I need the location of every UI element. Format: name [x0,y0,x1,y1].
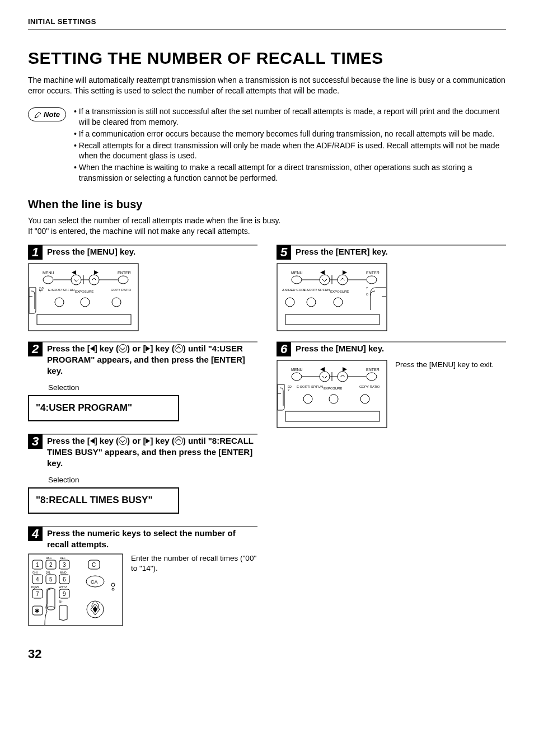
svg-text:1: 1 [36,562,39,568]
svg-point-13 [89,275,99,285]
down-circle-icon [119,344,127,353]
svg-text:5: 5 [49,576,53,583]
step-title: Press the [ENTER] key. [296,245,388,257]
step-title: Press the [] key () or [] key () until "… [47,434,257,469]
selection-label: Selection [48,383,257,393]
svg-text:MENU: MENU [43,271,54,275]
svg-text:ABC: ABC [46,556,52,560]
left-arrow-icon [90,438,95,444]
step-title: Press the [MENU] key. [296,342,384,354]
pencil-icon [34,111,42,119]
step-annotation: Press the [MENU] key to exit. [395,360,506,431]
svg-point-11 [71,275,81,285]
enter-panel-illustration: MENU ENTER 2-SIDED COPY E-SORT/ SP.FUN E… [277,263,506,331]
note-item: When the machine is waiting to make a re… [79,162,506,184]
svg-text:2: 2 [49,562,53,568]
svg-text:3: 3 [63,562,66,568]
svg-text:E-SORT/
SP.FUN: E-SORT/ SP.FUN [297,385,323,388]
svg-text:@.-: @.- [59,600,63,603]
step-number: 3 [28,434,43,449]
step-title: Press the [MENU] key. [47,245,135,257]
svg-text:EXPOSURE: EXPOSURE [324,387,342,390]
step-6: 6 Press the [MENU] key. [277,342,506,356]
step-1: 1 Press the [MENU] key. [28,245,257,260]
page-number: 32 [28,646,506,663]
svg-text:O: O [366,293,368,296]
svg-text:JKL: JKL [46,571,51,574]
up-circle-icon [175,436,183,445]
svg-text:DEF: DEF [60,556,65,560]
svg-text:ENTER: ENTER [366,271,380,275]
svg-point-41 [47,607,55,610]
note-item: If a transmission is still not successfu… [79,106,506,128]
up-circle-icon [175,344,183,353]
menu-panel-illustration: MENU ENTER EDY E-SORT/ SP.FUN EXPOSURE C… [277,360,387,431]
svg-text:✱: ✱ [35,608,39,614]
svg-text:2-SIDED
COPY: 2-SIDED COPY [282,288,306,292]
selection-label: Selection [48,475,257,485]
svg-text:EXPOSURE: EXPOSURE [330,290,349,293]
down-circle-icon [119,436,127,445]
left-arrow-icon [90,346,95,351]
svg-text:ENTER: ENTER [366,368,380,372]
page-title: SETTING THE NUMBER OF RECALL TIMES [28,47,506,70]
step-number: 1 [28,245,43,260]
step-number: 4 [28,527,43,541]
svg-text:9: 9 [63,591,66,597]
svg-text:6: 6 [63,576,66,583]
step-3: 3 Press the [] key () or [] key () until… [28,434,257,469]
note-label: Note [44,110,60,120]
lcd-display: "8:RECALL TIMES BUSY" [28,487,179,514]
step-title: Press the [] key () or [] key () until "… [47,342,257,377]
svg-point-58 [320,275,330,285]
svg-text:COPY
RATIO: COPY RATIO [111,288,132,292]
svg-text:WXYZ: WXYZ [59,585,67,589]
svg-text:EXPOSURE: EXPOSURE [75,290,93,293]
section-header: INITIAL SETTINGS [28,17,506,30]
svg-point-71 [338,372,348,382]
svg-point-60 [338,275,348,285]
step-5: 5 Press the [ENTER] key. [277,245,506,260]
menu-panel-illustration: 2-S Y MENU ENTER ED E-SORT/ SP.FUN [28,263,257,331]
step-2: 2 Press the [] key () or [] key () until… [28,342,257,377]
svg-text:CA: CA [91,579,98,585]
note-badge: Note [28,107,66,122]
svg-point-69 [320,372,330,382]
svg-text:E-SORT/
SP.FUN: E-SORT/ SP.FUN [48,288,74,292]
step-4: 4 Press the numeric keys to select the n… [28,527,257,551]
svg-text:MENU: MENU [291,271,303,275]
svg-text:C: C [92,562,96,568]
step-number: 2 [28,342,43,356]
note-item: Recall attempts for a direct transmissio… [79,140,506,162]
svg-text:ED: ED [39,288,43,292]
svg-text:COPY
RATIO: COPY RATIO [359,385,380,388]
step-annotation: Enter the number of recall times ("00" t… [131,553,257,629]
note-item: If a communication error occurs because … [79,129,494,139]
svg-text:7: 7 [36,591,39,597]
note-list: If a transmission is still not successfu… [74,106,506,185]
step-title: Press the numeric keys to select the num… [47,527,257,551]
svg-text:PQRS: PQRS [31,585,40,589]
lcd-display: "4:USER PROGRAM" [28,395,179,421]
step-number: 6 [277,342,291,356]
intro-paragraph: The machine will automatically reattempt… [28,75,506,96]
subsection-intro: You can select the number of recall atte… [28,215,506,237]
svg-text:4: 4 [36,576,39,583]
svg-text:E-SORT/
SP.FUN: E-SORT/ SP.FUN [303,288,330,292]
keypad-illustration: ABC DEF GHI JKL MNO PQRS WXYZ @.- 1 2 3 [28,553,123,629]
step-number: 5 [277,245,291,260]
svg-text:ENTER: ENTER [118,271,131,275]
svg-text:MNO: MNO [60,571,67,574]
svg-text:MENU: MENU [291,368,303,372]
subsection-heading: When the line is busy [28,197,506,212]
svg-text:GHI: GHI [32,571,38,574]
